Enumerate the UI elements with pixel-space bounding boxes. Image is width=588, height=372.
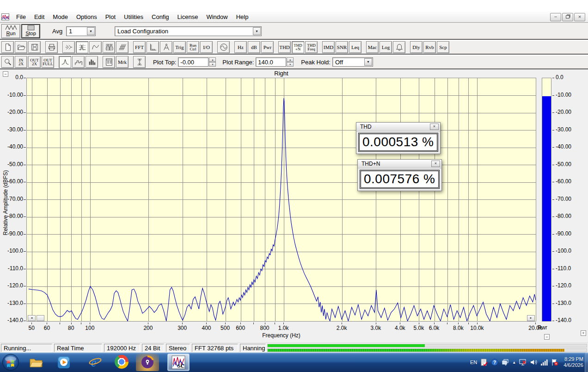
- avg-dropdown-arrow[interactable]: ▼: [87, 27, 95, 35]
- menu-help[interactable]: Help: [232, 12, 253, 22]
- fft-settings-button[interactable]: FFT: [133, 41, 146, 53]
- pwr-tick-mark: [552, 147, 554, 148]
- show-hidden-icons-button[interactable]: ▲: [512, 360, 516, 365]
- plot-range-spin-down[interactable]: ▼: [287, 62, 294, 67]
- taskbar-spectraplus-button[interactable]: SC: [167, 353, 190, 371]
- notes-tray-icon[interactable]: [480, 359, 488, 366]
- scroll-right-button[interactable]: ►: [527, 315, 535, 321]
- io-device-button[interactable]: I/O: [200, 41, 213, 53]
- peak-hold-dropdown[interactable]: Off ▼: [332, 57, 373, 67]
- bar-plot-mode-button[interactable]: [72, 56, 85, 68]
- menu-plot[interactable]: Plot: [101, 12, 120, 22]
- thd-n-button[interactable]: THD +N: [292, 41, 304, 53]
- run-control-button[interactable]: Run Ctrl: [187, 41, 199, 53]
- menu-edit[interactable]: Edit: [30, 12, 49, 22]
- waveform-view-button[interactable]: [89, 41, 102, 53]
- taskbar-explorer-button[interactable]: [29, 355, 43, 370]
- signal-generator-button[interactable]: [217, 41, 230, 53]
- thd-n-window-titlebar[interactable]: THD+N ×: [358, 160, 441, 168]
- scroll-left-button[interactable]: ◄: [28, 315, 36, 321]
- menu-utilities[interactable]: Utilities: [120, 12, 147, 22]
- close-button[interactable]: ×: [574, 13, 585, 21]
- session-window-tray-icon[interactable]: [502, 359, 509, 366]
- thd-button[interactable]: THD: [278, 41, 291, 53]
- macro-button[interactable]: Mac: [366, 41, 379, 53]
- thd-window-close-button[interactable]: ×: [430, 124, 439, 130]
- run-button[interactable]: Run: [1, 24, 20, 38]
- zoom-in-2x-button[interactable]: IN 2X: [15, 56, 27, 68]
- restore-button[interactable]: [562, 13, 573, 21]
- trigger-button[interactable]: Trig: [173, 41, 186, 53]
- scope-button[interactable]: Scp: [437, 41, 449, 53]
- display-options-button[interactable]: [103, 56, 115, 68]
- taskbar-media-player-button[interactable]: [56, 355, 71, 370]
- menu-options[interactable]: Options: [72, 12, 101, 22]
- menu-window[interactable]: Window: [202, 12, 232, 22]
- marker-button[interactable]: Mrk: [116, 56, 129, 68]
- vertical-scale-button[interactable]: [133, 56, 146, 68]
- volume-tray-icon[interactable]: [530, 359, 537, 366]
- calibration-button[interactable]: [160, 41, 172, 53]
- reverb-button[interactable]: Rvb: [423, 41, 436, 53]
- scaling-button[interactable]: [147, 41, 159, 53]
- clock[interactable]: 8:29 PM 4/6/2026: [564, 356, 583, 368]
- plot-top-spin-down[interactable]: ▼: [209, 62, 216, 67]
- snr-button[interactable]: SNR: [336, 41, 348, 53]
- leq-button[interactable]: Leq: [349, 41, 361, 53]
- taskbar-internet-explorer-button[interactable]: e: [88, 355, 103, 370]
- signal-flow-button[interactable]: [62, 41, 75, 53]
- thd-n-window-close-button[interactable]: ×: [431, 161, 440, 167]
- stop-button[interactable]: Stop: [21, 24, 40, 38]
- collapse-pwr-button[interactable]: −: [544, 334, 550, 340]
- alarm-button[interactable]: [393, 41, 405, 53]
- spectrogram-view-button[interactable]: [103, 41, 115, 53]
- taskbar-chrome-button[interactable]: [115, 355, 129, 370]
- help-tray-icon[interactable]: ?: [491, 359, 498, 366]
- open-file-button[interactable]: [15, 41, 27, 53]
- histogram-mode-button[interactable]: [86, 56, 98, 68]
- zoom-button[interactable]: [1, 56, 14, 68]
- imd-button[interactable]: IMD: [322, 41, 335, 53]
- minimize-button[interactable]: −: [550, 13, 561, 21]
- thd-freq-button[interactable]: THD Freq: [305, 41, 318, 53]
- new-file-button[interactable]: [1, 41, 14, 53]
- peak-hold-arrow[interactable]: ▼: [364, 58, 372, 66]
- log-button[interactable]: Log: [380, 41, 392, 53]
- line-plot-mode-button[interactable]: [59, 56, 71, 68]
- surface-view-button[interactable]: [116, 41, 129, 53]
- scroll-thumb[interactable]: [37, 315, 44, 321]
- menu-file[interactable]: File: [12, 12, 30, 22]
- expand-panel-button[interactable]: +: [581, 330, 586, 336]
- menu-mode[interactable]: Mode: [49, 12, 72, 22]
- plot-range-input[interactable]: [256, 57, 286, 67]
- zoom-out-2x-button[interactable]: OUT 2X: [28, 56, 41, 68]
- thd-window-titlebar[interactable]: THD ×: [356, 123, 440, 131]
- action-center-tray-icon[interactable]: [551, 359, 558, 366]
- show-desktop-button[interactable]: [585, 353, 588, 372]
- load-configuration-arrow[interactable]: ▼: [253, 27, 261, 35]
- plot-top-spin-up[interactable]: ▲: [209, 57, 216, 62]
- network-tray-icon[interactable]: [540, 359, 548, 366]
- plot-range-spin-up[interactable]: ▲: [287, 57, 294, 62]
- language-indicator[interactable]: EN: [470, 360, 477, 365]
- avg-dropdown[interactable]: 1 ▼: [66, 26, 96, 36]
- zoom-out-full-button[interactable]: OUT FULL: [42, 56, 54, 68]
- print-button[interactable]: [45, 41, 58, 53]
- plot-top-input[interactable]: [178, 57, 208, 67]
- y-tick-label: -30.00: [0, 126, 23, 133]
- hz-units-button[interactable]: Hz: [234, 41, 247, 53]
- load-configuration-dropdown[interactable]: Load Configuration ▼: [115, 26, 262, 36]
- start-button[interactable]: [2, 353, 19, 371]
- delay-button[interactable]: Dly: [410, 41, 423, 53]
- menu-config[interactable]: Config: [147, 12, 173, 22]
- taskbar-avast-browser-button[interactable]: [136, 353, 159, 371]
- save-button[interactable]: [28, 41, 41, 53]
- pwr-units-button[interactable]: Pwr: [261, 41, 274, 53]
- display-off-tray-icon[interactable]: [519, 359, 527, 366]
- db-units-button[interactable]: dB: [248, 41, 260, 53]
- spectrum-view-button[interactable]: [76, 41, 88, 53]
- plot-top-spinner[interactable]: ▲▼: [209, 57, 216, 67]
- plot-canvas[interactable]: ◄ ►: [26, 78, 536, 322]
- plot-range-spinner[interactable]: ▲▼: [287, 57, 294, 67]
- menu-license[interactable]: License: [173, 12, 202, 22]
